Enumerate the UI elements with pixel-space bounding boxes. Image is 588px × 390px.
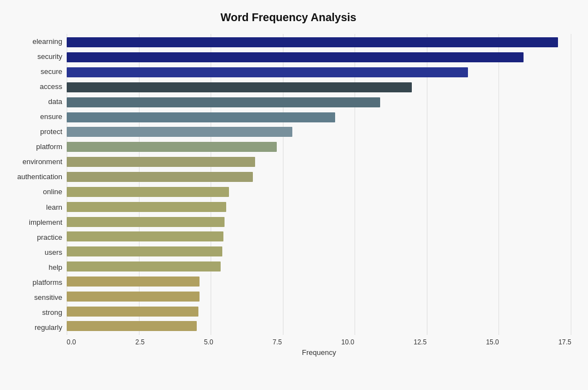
y-label: elearning [33, 35, 63, 48]
bars-section [67, 34, 571, 335]
y-label: platform [36, 140, 62, 154]
bars-wrapper [67, 34, 571, 335]
bar-row [67, 290, 571, 303]
bar [67, 246, 222, 256]
bar-row [67, 171, 571, 183]
bottom-section: 0.02.55.07.510.012.515.017.5 Frequency [6, 338, 571, 357]
y-label: implement [29, 215, 62, 229]
bar [67, 231, 223, 241]
bar-row [67, 156, 571, 168]
x-axis-label: 12.5 [413, 338, 426, 346]
bar [67, 157, 255, 167]
bar [67, 202, 226, 212]
y-label: ensure [40, 110, 62, 124]
x-axis-label: 7.5 [273, 338, 282, 346]
bar [67, 52, 524, 62]
x-axis-labels: 0.02.55.07.510.012.515.017.5 [67, 338, 571, 346]
y-label: protect [40, 125, 62, 139]
y-label: data [48, 95, 62, 108]
y-label: help [48, 260, 62, 274]
bar [67, 37, 558, 47]
y-label: regularly [34, 320, 62, 334]
bar-row [67, 230, 571, 243]
bar-row [67, 275, 571, 288]
bar-row [67, 260, 571, 273]
grid-and-bars [67, 34, 571, 335]
y-label: environment [22, 155, 62, 169]
bar [67, 172, 253, 182]
bar [67, 82, 412, 92]
bar [67, 97, 380, 107]
bar [67, 261, 221, 271]
x-axis-label: 2.5 [136, 338, 145, 346]
bar [67, 187, 229, 197]
chart-container: Word Frequency Analysis elearningsecurit… [0, 0, 588, 390]
y-label: authentication [17, 170, 62, 184]
y-label: platforms [33, 275, 62, 289]
bar [67, 307, 198, 317]
bar [67, 67, 468, 77]
y-label: users [44, 245, 62, 259]
bar [67, 142, 277, 152]
bar [67, 127, 292, 137]
x-axis-label: 5.0 [204, 338, 213, 346]
y-label: security [37, 50, 62, 63]
bar-row [67, 81, 571, 93]
bar [67, 321, 197, 331]
bar [67, 112, 335, 122]
bar-row [67, 320, 571, 332]
x-axis-label: 17.5 [559, 338, 571, 346]
bar-row [67, 51, 571, 63]
bar-row [67, 36, 571, 48]
bar [67, 292, 200, 302]
x-axis-label: 0.0 [67, 338, 76, 346]
bar-row [67, 66, 571, 78]
y-label: practice [37, 230, 62, 244]
bar-row [67, 305, 571, 318]
bar-row [67, 201, 571, 213]
bar-row [67, 245, 571, 258]
bar-row [67, 216, 571, 228]
y-label: strong [42, 305, 62, 319]
bar [67, 277, 200, 287]
bar-row [67, 111, 571, 124]
x-axis-title: Frequency [67, 348, 571, 357]
y-label: sensitive [34, 290, 62, 304]
chart-title: Word Frequency Analysis [6, 11, 571, 24]
x-axis-label: 10.0 [341, 338, 354, 346]
bar-row [67, 141, 571, 153]
y-axis-labels: elearningsecuritysecureaccessdataensurep… [6, 34, 67, 335]
bar-row [67, 126, 571, 138]
bar-row [67, 186, 571, 198]
y-label: secure [41, 65, 62, 78]
y-label: access [40, 80, 62, 93]
bar-row [67, 96, 571, 108]
y-label: learn [46, 200, 62, 214]
y-label: online [43, 185, 62, 199]
x-axis-label: 15.0 [486, 338, 499, 346]
bar [67, 217, 225, 227]
chart-area: elearningsecuritysecureaccessdataensurep… [6, 34, 571, 335]
